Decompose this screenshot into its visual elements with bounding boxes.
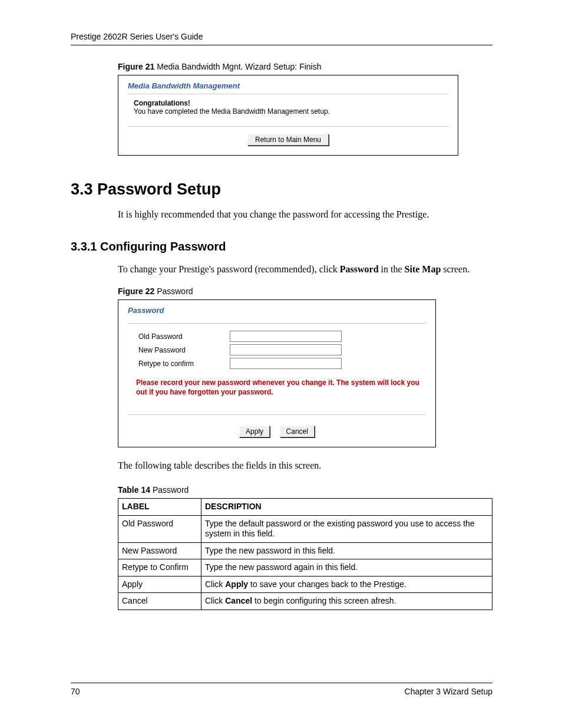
table-row: Retype to Confirm Type the new password … [118,559,492,577]
figure21-caption: Figure 21 Media Bandwidth Mgnt. Wizard S… [118,62,492,71]
cell-label: Old Password [118,515,201,542]
table-row: Cancel Click Cancel to begin configuring… [118,593,492,610]
table-intro: The following table describes the fields… [118,460,492,471]
apply-button[interactable]: Apply [239,426,270,437]
retype-password-field[interactable] [230,358,342,369]
table14: LABEL DESCRIPTION Old Password Type the … [118,498,492,610]
figure21-screenshot: Media Bandwidth Management Congratulatio… [118,75,458,156]
figure22-caption-text: Password [154,286,193,296]
return-main-menu-button[interactable]: Return to Main Menu [247,134,329,146]
table14-caption-bold: Table 14 [118,485,150,495]
th-label: LABEL [118,499,201,516]
figure22-caption: Figure 22 Password [118,286,492,296]
txt: to begin configuring this screen afresh. [252,596,396,605]
cell-desc: Click Cancel to begin configuring this s… [201,593,492,610]
th-description: DESCRIPTION [201,499,492,516]
cell-label: Cancel [118,593,201,610]
txt: Click [205,596,225,605]
p2-pre: To change your Prestige's password (reco… [118,264,340,274]
cell-desc: Type the new password in this field. [201,542,492,559]
page-number: 70 [71,687,80,696]
figure22-panel-title: Password [128,306,426,318]
section-3-3-heading: 3.3 Password Setup [71,180,492,199]
figure21-body: Congratulations! You have completed the … [128,99,448,116]
p2-mid: in the [379,264,405,274]
figure22-caption-bold: Figure 22 [118,286,154,296]
section-3-3-paragraph: It is highly recommended that you change… [118,209,492,220]
retype-password-label: Retype to confirm [138,360,230,368]
running-header: Prestige 2602R Series User's Guide [71,32,492,45]
figure21-panel-title: Media Bandwidth Management [128,81,448,94]
old-password-field[interactable] [230,331,342,342]
cell-desc: Type the default password or the existin… [201,515,492,542]
password-warning: Please record your new password whenever… [128,371,426,397]
figure21-button-row: Return to Main Menu [128,134,448,146]
old-password-row: Old Password [128,331,426,342]
old-password-label: Old Password [138,332,230,341]
divider [128,126,448,127]
cell-label: Apply [118,576,201,593]
new-password-row: New Password [128,344,426,355]
page: Prestige 2602R Series User's Guide Figur… [0,0,562,728]
retype-password-row: Retype to confirm [128,358,426,369]
figure22-screenshot: Password Old Password New Password Retyp… [118,299,436,447]
section-3-3-1-paragraph: To change your Prestige's password (reco… [118,264,492,275]
table-row: Apply Click Apply to save your changes b… [118,576,492,593]
cell-desc: Click Apply to save your changes back to… [201,576,492,593]
p2-password-bold: Password [340,264,379,274]
table-row: Old Password Type the default password o… [118,515,492,542]
congratulations-heading: Congratulations! [134,99,448,107]
table-row: New Password Type the new password in th… [118,542,492,559]
section-3-3-1-heading: 3.3.1 Configuring Password [71,240,492,253]
txt: to save your changes back to the Prestig… [248,579,406,589]
new-password-label: New Password [138,346,230,354]
bold-cancel: Cancel [225,596,252,605]
figure21-caption-bold: Figure 21 [118,62,154,71]
divider [128,323,426,324]
p2-sitemap-bold: Site Map [405,264,441,274]
table-header-row: LABEL DESCRIPTION [118,499,492,516]
cancel-button[interactable]: Cancel [280,426,315,437]
page-footer: 70 Chapter 3 Wizard Setup [71,683,492,696]
bold-apply: Apply [225,579,248,589]
figure21-caption-text: Media Bandwidth Mgnt. Wizard Setup: Fini… [154,62,321,71]
divider [128,414,426,415]
p2-end: screen. [441,264,470,274]
chapter-label: Chapter 3 Wizard Setup [405,687,492,696]
table14-caption: Table 14 Password [118,485,492,495]
new-password-field[interactable] [230,344,342,355]
figure22-button-row: Apply Cancel [128,421,426,437]
cell-desc: Type the new password again in this fiel… [201,559,492,577]
cell-label: Retype to Confirm [118,559,201,577]
txt: Click [205,579,225,589]
cell-label: New Password [118,542,201,559]
table14-caption-text: Password [150,485,189,495]
congratulations-text: You have completed the Media Bandwidth M… [134,107,448,116]
